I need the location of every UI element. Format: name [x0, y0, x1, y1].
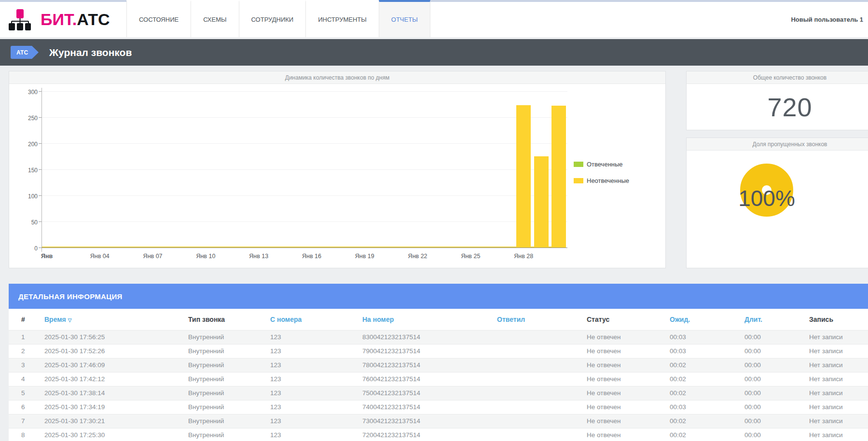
- y-axis-label: 250: [18, 115, 38, 122]
- table-cell: 7400421232137514: [357, 400, 491, 414]
- x-axis-label: Янв 07: [136, 253, 170, 260]
- nav-tab-4[interactable]: ОТЧЕТЫ: [379, 0, 430, 37]
- table-cell: 00:00: [739, 344, 803, 358]
- table-row[interactable]: 12025-01-30 17:56:25Внутренний1238300421…: [9, 330, 868, 344]
- table-cell: 123: [264, 400, 357, 414]
- table-cell: 4: [9, 372, 39, 386]
- table-cell: Внутренний: [182, 358, 264, 372]
- table-cell: 7800421232137514: [357, 358, 491, 372]
- table-cell: 123: [264, 428, 357, 441]
- nav-tabs: СОСТОЯНИЕСХЕМЫСОТРУДНИКИИНСТРУМЕНТЫОТЧЕТ…: [126, 2, 430, 37]
- legend-label: Отвеченные: [587, 161, 623, 168]
- table-cell: Не отвечен: [581, 428, 664, 441]
- table-cell: [491, 358, 581, 372]
- y-axis-label: 150: [18, 167, 38, 174]
- y-axis-label: 100: [18, 193, 38, 200]
- table-cell: 123: [264, 414, 357, 428]
- table-cell: 00:03: [664, 344, 739, 358]
- table-cell: [491, 386, 581, 400]
- column-header-Время[interactable]: Время▽: [39, 309, 182, 330]
- column-header-Длит.[interactable]: Длит.: [739, 309, 803, 330]
- x-axis-label: Янв 28: [507, 253, 540, 260]
- table-cell: Внутренний: [182, 344, 264, 358]
- table-cell: 00:00: [739, 414, 803, 428]
- table-cell: Не отвечен: [581, 372, 664, 386]
- table-cell: 7500421232137514: [357, 386, 491, 400]
- detail-section: ДЕТАЛЬНАЯ ИНФОРМАЦИЯ #Время▽Тип звонкаС …: [9, 284, 868, 441]
- column-header-Ответил[interactable]: Ответил: [491, 309, 581, 330]
- org-chart-icon: [9, 9, 31, 31]
- table-cell: 5: [9, 386, 39, 400]
- detail-title: ДЕТАЛЬНАЯ ИНФОРМАЦИЯ: [18, 292, 123, 301]
- breadcrumb-bar: АТС Журнал звонков: [0, 39, 868, 66]
- table-cell: Нет записи: [803, 428, 868, 441]
- column-header-Ожид.[interactable]: Ожид.: [664, 309, 739, 330]
- detail-band: ДЕТАЛЬНАЯ ИНФОРМАЦИЯ: [9, 284, 868, 309]
- table-row[interactable]: 22025-01-30 17:52:26Внутренний1237900421…: [9, 344, 868, 358]
- table-cell: 123: [264, 358, 357, 372]
- table-cell: 2025-01-30 17:42:12: [39, 372, 182, 386]
- nav-tab-3[interactable]: ИНСТРУМЕНТЫ: [305, 0, 379, 37]
- table-row[interactable]: 32025-01-30 17:46:09Внутренний1237800421…: [9, 358, 868, 372]
- table-cell: Не отвечен: [581, 400, 664, 414]
- x-axis-label: Янв 10: [189, 253, 222, 260]
- table-cell: Внутренний: [182, 330, 264, 344]
- table-cell: Внутренний: [182, 386, 264, 400]
- table-cell: 2025-01-30 17:38:14: [39, 386, 182, 400]
- x-axis-label: Янв 22: [401, 253, 435, 260]
- table-cell: 8300421232137514: [357, 330, 491, 344]
- table-row[interactable]: 72025-01-30 17:30:21Внутренний1237300421…: [9, 414, 868, 428]
- table-cell: 00:00: [739, 386, 803, 400]
- table-cell: [491, 414, 581, 428]
- table-cell: 00:00: [739, 372, 803, 386]
- table-cell: 00:02: [664, 414, 739, 428]
- zero-bars-strip: [42, 247, 566, 248]
- table-row[interactable]: 52025-01-30 17:38:14Внутренний1237500421…: [9, 386, 868, 400]
- x-axis-label: Янв 19: [348, 253, 382, 260]
- table-cell: Нет записи: [803, 414, 868, 428]
- column-header-На номер[interactable]: На номер: [357, 309, 491, 330]
- nav-tab-0[interactable]: СОСТОЯНИЕ: [126, 0, 191, 37]
- table-cell: [491, 330, 581, 344]
- bar-Неотвеченные-Янв 28: [516, 105, 531, 248]
- table-cell: 7600421232137514: [357, 372, 491, 386]
- legend-item[interactable]: Неотвеченные: [574, 177, 629, 184]
- y-axis-label: 200: [18, 141, 38, 148]
- table-cell: 123: [264, 344, 357, 358]
- table-cell: 6: [9, 400, 39, 414]
- table-cell: [491, 428, 581, 441]
- table-cell: Не отвечен: [581, 386, 664, 400]
- breadcrumb-atc-badge[interactable]: АТС: [11, 46, 39, 59]
- x-axis-label: Янв 25: [454, 253, 487, 260]
- total-calls-value: 720: [687, 84, 868, 130]
- column-header-#: #: [9, 309, 39, 330]
- nav-tab-2[interactable]: СОТРУДНИКИ: [239, 0, 306, 37]
- table-cell: 00:00: [739, 428, 803, 441]
- table-cell: 00:02: [664, 386, 739, 400]
- legend-label: Неотвеченные: [587, 177, 629, 184]
- table-cell: Нет записи: [803, 386, 868, 400]
- table-cell: 2025-01-30 17:30:21: [39, 414, 182, 428]
- table-row[interactable]: 62025-01-30 17:34:19Внутренний1237400421…: [9, 400, 868, 414]
- table-cell: 00:00: [739, 400, 803, 414]
- user-menu[interactable]: Новый пользователь 1: [791, 2, 868, 37]
- legend-item[interactable]: Отвеченные: [574, 161, 629, 168]
- y-axis: [41, 88, 42, 252]
- x-axis-label: Янв 04: [83, 253, 117, 260]
- table-cell: Нет записи: [803, 344, 868, 358]
- table-cell: 2025-01-30 17:25:30: [39, 428, 182, 441]
- column-header-С номера[interactable]: С номера: [264, 309, 357, 330]
- table-cell: 7: [9, 414, 39, 428]
- table-row[interactable]: 42025-01-30 17:42:12Внутренний1237600421…: [9, 372, 868, 386]
- table-cell: Внутренний: [182, 428, 264, 441]
- table-row[interactable]: 82025-01-30 17:25:30Внутренний1237200421…: [9, 428, 868, 441]
- nav-tab-1[interactable]: СХЕМЫ: [191, 0, 238, 37]
- calls-table: #Время▽Тип звонкаС номераНа номерОтветил…: [9, 309, 868, 441]
- app-logo[interactable]: БИТ.АТС: [0, 2, 126, 37]
- table-cell: Нет записи: [803, 330, 868, 344]
- chart-title: Динамика количества звонков по дням: [9, 71, 665, 84]
- table-header-row: #Время▽Тип звонкаС номераНа номерОтветил…: [9, 309, 868, 330]
- column-header-Тип звонка: Тип звонка: [182, 309, 264, 330]
- table-cell: Нет записи: [803, 358, 868, 372]
- table-cell: 123: [264, 372, 357, 386]
